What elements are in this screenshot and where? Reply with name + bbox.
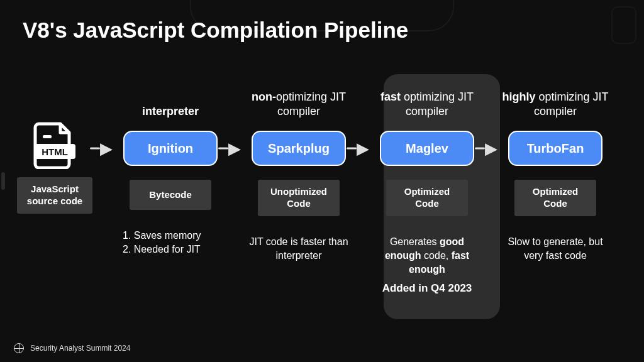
arrow-icon: ▶: [96, 131, 117, 166]
notes-ignition: 1. Saves memory 2. Needed for JIT: [120, 229, 221, 257]
caption-sparkplug: Unoptimized Code: [258, 180, 340, 216]
notes-maglev: Generates good enough code, fast enough: [377, 235, 477, 277]
arrow-icon: ▶: [480, 131, 502, 166]
stage-maglev: Maglev: [380, 131, 474, 166]
label-ignition: interpreter: [142, 82, 199, 123]
footer-text: Security Analyst Summit 2024: [30, 344, 130, 353]
arrow-icon: ▶: [224, 131, 245, 166]
html-file-icon: HTML: [31, 119, 78, 170]
col-turbofan: highly optimizing JIT compiler TurboFan …: [502, 82, 609, 263]
svg-rect-0: [43, 135, 52, 138]
side-handle: [1, 172, 5, 190]
pipeline-row: HTML JavaScript source code ▶ interprete…: [14, 82, 630, 295]
bg-decoration-right: [611, 6, 636, 44]
notes-turbofan: Slow to generate, but very fast code: [505, 235, 606, 263]
caption-maglev: Optimized Code: [386, 180, 468, 216]
caption-ignition: Bytecode: [130, 180, 211, 210]
col-html-source: HTML JavaScript source code: [14, 82, 96, 214]
col-ignition: interpreter Ignition Bytecode 1. Saves m…: [117, 82, 224, 257]
slide-title: V8's JavaScript Compilation Pipeline: [23, 18, 408, 43]
col-sparkplug: non-optimizing JIT compiler Sparkplug Un…: [245, 82, 352, 263]
col-maglev: fast optimizing JIT compiler Maglev Opti…: [374, 82, 480, 295]
stage-turbofan: TurboFan: [508, 131, 602, 166]
stage-sparkplug: Sparkplug: [252, 131, 346, 166]
stage-ignition: Ignition: [123, 131, 218, 166]
notes-sparkplug: JIT code is faster than interpreter: [248, 235, 349, 263]
caption-html-source: JavaScript source code: [17, 177, 92, 214]
svg-text:HTML: HTML: [42, 146, 68, 157]
label-turbofan: highly optimizing JIT compiler: [502, 82, 609, 123]
maglev-added-label: Added in Q4 2023: [382, 282, 472, 295]
arrow-icon: ▶: [352, 131, 374, 166]
globe-icon: [14, 343, 24, 353]
footer: Security Analyst Summit 2024: [14, 343, 130, 353]
label-maglev: fast optimizing JIT compiler: [374, 82, 480, 123]
caption-turbofan: Optimized Code: [514, 180, 596, 216]
label-sparkplug: non-optimizing JIT compiler: [245, 82, 352, 123]
